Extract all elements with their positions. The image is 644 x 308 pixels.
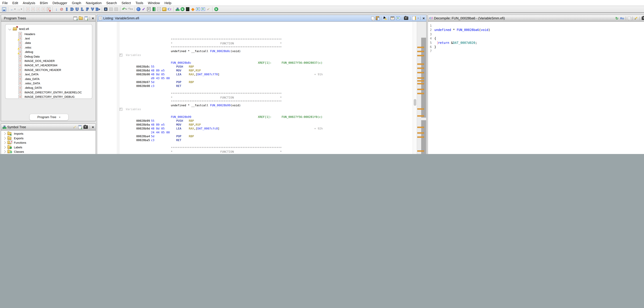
binary-icon[interactable] [147,6,151,12]
undo-icon[interactable]: ↶▾ [122,6,127,12]
menu-help[interactable]: Help [162,1,174,5]
letter-l-icon[interactable]: L [80,6,84,12]
listing-line[interactable]: undefined * __fastcall FUN_00028b99(void… [97,103,417,107]
letter-u-icon[interactable]: U [75,6,79,12]
graph-icon[interactable]: Ro [620,17,624,20]
change-marker[interactable] [417,150,424,152]
change-marker[interactable] [417,93,424,94]
symbol-tree-item-exports[interactable]: Exports [3,136,24,140]
change-marker[interactable] [417,108,424,110]
listing-line[interactable]: d9 43 05 00 [97,76,417,80]
program-trees-titlebar[interactable]: Program Trees × [1,15,96,22]
menu-file[interactable]: File [0,1,10,5]
listing-line[interactable]: 00028b8d48 89 e5MOVRBP,RSP [97,69,417,72]
memory-page-icon-1[interactable] [26,6,30,12]
paste-icon[interactable] [376,16,379,20]
symbol-tree-item-classes[interactable]: Classes [3,150,24,153]
tree-item-debug-data[interactable]: Debug Data [18,54,40,58]
table-icon[interactable] [196,6,200,12]
diamond-icon[interactable]: ◆ [191,6,195,12]
letter-v-icon[interactable]: V [90,6,94,12]
listing-line[interactable]: 24 44 05 00 [97,130,417,134]
tree-item-root[interactable]: test2.efi [9,27,29,31]
tree-item--text[interactable]: .text [18,37,30,40]
listing-line[interactable]: 00028ba45dPOPRBP [97,134,417,138]
listing-line[interactable]: ****************************************… [97,38,417,42]
decompile-line[interactable]: 1 [428,24,644,28]
tree-item-image-nt-headers64[interactable]: IMAGE_NT_HEADERS64 [18,63,58,67]
stamp-icon-1[interactable] [109,6,113,12]
tree-item-image-section-header[interactable]: IMAGE_SECTION_HEADER [18,68,61,72]
letter-b-icon[interactable]: B▾ [96,6,100,12]
validate-icon[interactable]: ✓ [142,6,146,12]
clear-with-options-icon[interactable] [46,6,50,12]
menu-window[interactable]: Window [146,1,162,5]
decompile-line[interactable]: 3 [428,32,644,36]
import-tree-icon[interactable] [84,16,88,20]
world-icon[interactable] [136,6,140,12]
tree-item-image-directory-entry-basereloc[interactable]: IMAGE_DIRECTORY_ENTRY_BASERELOC [18,90,82,94]
listing-line[interactable]: 00028b8c55PUSHRBP [97,65,417,69]
listing-line[interactable]: 00028b98c3RET [97,84,417,88]
close-icon[interactable]: × [92,16,94,20]
change-marker[interactable] [417,89,424,90]
listing-line[interactable]: *FUNCTION* [97,150,417,154]
stamp-icon-2[interactable] [114,6,118,12]
menu-bsim[interactable]: BSim [38,1,50,5]
change-marker[interactable] [417,77,424,79]
listing-line[interactable]: 00028b9955PUSHRBP [97,119,417,123]
listing-line[interactable]: ****************************************… [97,146,417,150]
symbol-tree-item-functions[interactable]: Functions [3,141,26,144]
tree-item-headers[interactable]: Headers [18,32,35,36]
decompile-line[interactable]: 6} [428,45,644,49]
go-down-icon[interactable]: ↓ [54,6,58,12]
menu-search[interactable]: Search [104,1,119,5]
decompile-line[interactable]: 7 [428,49,644,53]
menu-navigation[interactable]: Navigation [84,1,104,5]
datatype-icon[interactable] [162,6,166,12]
change-marker[interactable] [417,47,424,48]
snapshot-icon[interactable] [404,17,408,20]
memory-page-icon-4[interactable] [41,6,45,12]
scrollbar-thumb[interactable] [414,99,416,106]
tree-item-image-directory-entry-debug[interactable]: IMAGE_DIRECTORY_ENTRY_DEBUG [18,95,74,98]
forward-icon[interactable]: →▾ [16,6,22,12]
tree-item--data-data[interactable]: .data_DATA [18,77,40,81]
tree-item--reloc[interactable]: .reloc [18,45,32,49]
menu-edit[interactable]: Edit [10,1,20,5]
open-folder-icon[interactable] [79,17,83,20]
listing-line[interactable]: *FUNCTION* [97,42,417,45]
close-icon[interactable]: × [422,16,425,20]
tab-close-icon[interactable]: × [59,116,60,119]
listing-line[interactable]: ****************************************… [97,154,417,154]
decompile-line[interactable]: 5 return &DAT_0007d020; [428,41,644,45]
letter-i-icon[interactable]: I [65,6,69,12]
book-icon[interactable] [152,6,156,12]
snapshot-icon[interactable] [642,17,644,20]
change-marker[interactable] [417,51,424,52]
tree-item--reloc-data[interactable]: .reloc_DATA [18,81,40,85]
change-marker[interactable] [417,136,424,138]
listing-line[interactable]: Variables [97,53,417,57]
listing-line[interactable]: ****************************************… [97,92,417,96]
tree-item--data[interactable]: .data [18,41,31,45]
table-export-icon[interactable] [201,6,205,12]
listing-content[interactable]: ****************************************… [97,22,417,154]
run-icon[interactable] [180,6,184,12]
memory-page-icon-2[interactable] [31,6,35,12]
change-marker[interactable] [417,63,424,65]
sync-columns-icon[interactable] [396,17,400,20]
menu-graph[interactable]: Graph [70,1,84,5]
tree-item--debug[interactable]: .debug [18,50,33,54]
decompile-titlebar[interactable]: Cf Decompile: FUN_00028ba6 - (VariableSm… [428,15,644,22]
change-marker[interactable] [417,115,424,117]
listing-line[interactable]: 00028b9d48 8d 05LEARAX,[DAT_0007cfc8]= 9… [97,127,417,130]
change-marker[interactable] [417,72,424,73]
listing-line[interactable]: 00028ba5c3RET [97,138,417,142]
disable-icon[interactable]: ⊘ [60,6,64,12]
change-marker[interactable] [417,55,424,56]
listing-line[interactable]: FUN_00028b8cXREF[1]:FUN_00027f56:0002803… [97,61,417,65]
listing-line[interactable]: Variables [97,107,417,111]
edit-fields-icon[interactable] [412,16,416,20]
diff-view-icon[interactable] [390,17,394,20]
